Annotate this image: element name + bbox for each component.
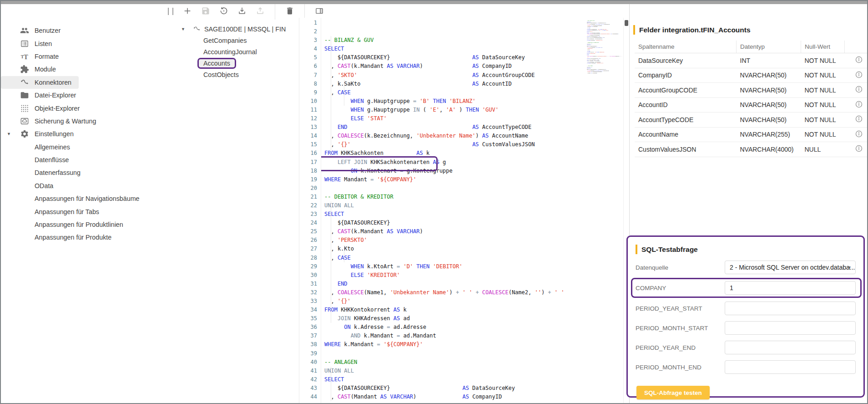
code-line: SELECT — [587, 44, 623, 46]
tree-item-accounts[interactable]: Accounts — [176, 58, 299, 69]
connector-icon — [20, 78, 29, 87]
sidebar-item-datenfl-sse[interactable]: Datenflüsse — [1, 153, 165, 166]
minimap[interactable]: -- BILANZ & GUVSELECT ${DATASOURCEKEY} A… — [587, 18, 623, 404]
sql-test-section: SQL-Testabfrage Datenquelle 2 - Microsof… — [626, 235, 865, 398]
sql-editor[interactable]: 1234567891011121314151617181920212223242… — [299, 18, 629, 404]
period-month-end-input[interactable] — [725, 360, 856, 374]
code-line: , COALESCE(Name1, 'Unbekannter Name') + … — [587, 56, 623, 57]
info-icon[interactable] — [855, 56, 863, 64]
code-line: , CAST(k.Mandant AS VARCHAR) — [324, 227, 587, 236]
tree-item-costobjects[interactable]: CostObjects — [176, 69, 299, 81]
code-line: END — [587, 54, 623, 56]
period-month-start-input[interactable] — [725, 321, 856, 335]
sidebar-item-module[interactable]: Module — [1, 63, 63, 76]
indent-guide — [331, 367, 331, 401]
indent-guide — [344, 245, 344, 262]
sidebar-item-listen[interactable]: Listen — [1, 37, 59, 50]
sidebar-item-einstellungen[interactable]: ▼Einstellungen — [1, 128, 81, 140]
code-line: , CASE — [587, 51, 623, 52]
gear-icon — [20, 129, 29, 138]
table-row: AccountIDNVARCHAR(50)NOT NULL — [635, 97, 868, 113]
form-field-period-year-end: PERIOD_YEAR_END — [636, 341, 857, 354]
save-button[interactable] — [201, 6, 211, 16]
history-button[interactable] — [219, 6, 229, 16]
sidebar-item-datenerfassung[interactable]: Datenerfassung — [1, 166, 165, 179]
sidebar-item-label: Module — [35, 66, 56, 73]
sidebar-item-label: Benutzer — [35, 27, 61, 34]
tree-root[interactable]: ▼SAGE100DE | MSSQL | FIN — [176, 23, 299, 35]
code-line: ${DATASOURCEKEY} AS DataSourceKey — [324, 53, 587, 62]
splitter-drag-handle-icon[interactable] — [168, 8, 173, 15]
sidebar-item-anpassungen-f-r-navigationsb-ume[interactable]: Anpassungen für Navigationsbäume — [1, 192, 165, 205]
sidebar-item-sicherung-wartung[interactable]: Sicherung & Wartung — [1, 115, 103, 128]
code-line: , CASE — [324, 88, 587, 97]
field-label: COMPANY — [636, 285, 725, 291]
download-button[interactable] — [237, 6, 247, 16]
cell-nullable: NOT NULL — [801, 97, 845, 113]
datasource-select-value: 2 - Microsoft SQL Server on octdev.datab… — [730, 264, 855, 271]
toolbar-divider — [304, 4, 305, 20]
info-icon[interactable] — [855, 130, 863, 138]
sidebar-item-anpassungen-f-r-produkte[interactable]: Anpassungen für Produkte — [1, 231, 165, 244]
tree-item-accountingjournal[interactable]: AccountingJournal — [176, 46, 299, 57]
code-line — [324, 349, 587, 358]
sidebar-item-label: Einstellungen — [35, 130, 74, 138]
info-icon[interactable] — [855, 71, 863, 79]
code-area[interactable]: -- BILANZ & GUVSELECT ${DATASOURCEKEY} A… — [321, 18, 587, 404]
sidebar-item-benutzer[interactable]: Benutzer — [1, 24, 68, 37]
code-line: UNION ALL — [587, 43, 623, 45]
delete-button[interactable] — [285, 6, 295, 16]
folder-icon — [20, 91, 29, 100]
vertical-scrollbar-thumb[interactable] — [625, 20, 628, 26]
panel-toggle-button[interactable] — [314, 6, 324, 16]
cell-nullable: NOT NULL — [801, 83, 845, 98]
code-line: WHERE Mandant = '${COMPANY}' — [587, 40, 623, 41]
expand-caret-icon[interactable]: ▼ — [181, 27, 187, 31]
info-icon[interactable] — [855, 85, 863, 93]
code-line: AND k.Mandant = ad.Mandant — [587, 61, 623, 63]
code-line: -- BILANZ & GUV — [587, 20, 623, 21]
sidebar-item-anpassungen-f-r-produktlinien[interactable]: Anpassungen für Produktlinien — [1, 218, 165, 231]
connector-tree: ▼SAGE100DE | MSSQL | FINGetCompaniesAcco… — [176, 18, 299, 404]
test-query-button[interactable]: SQL-Abfrage testen — [636, 386, 710, 399]
code-line: , k.SaKto AS AccountID — [324, 80, 587, 88]
tree-item-getcompanies[interactable]: GetCompanies — [176, 35, 299, 46]
code-line: , COALESCE(Name1, 'Unbekannter Name') + … — [324, 288, 587, 297]
code-line: ${DATASOURCEKEY} AS DataSourceKey — [587, 69, 623, 70]
expand-caret-icon[interactable]: ▼ — [7, 132, 11, 136]
company-input[interactable] — [725, 281, 856, 295]
sidebar-item-konnektoren[interactable]: Konnektoren — [1, 76, 79, 89]
code-line: , CASE — [587, 27, 623, 29]
info-icon[interactable] — [855, 144, 863, 153]
column-header — [845, 41, 868, 53]
table-row: CustomValuesJSONNVARCHAR(4000)NULL — [635, 142, 868, 157]
add-button[interactable] — [182, 6, 192, 16]
sidebar-item-anpassungen-f-r-tabs[interactable]: Anpassungen für Tabs — [1, 205, 165, 218]
sidebar-item-datei-explorer[interactable]: Datei-Explorer — [1, 89, 83, 102]
indent-guide — [331, 36, 331, 158]
info-icon[interactable] — [855, 100, 863, 108]
period-year-end-input[interactable] — [725, 341, 856, 354]
tree-item-label: GetCompanies — [203, 37, 247, 44]
cell-type: NVARCHAR(50) — [737, 113, 801, 128]
sidebar-item-objekt-explorer[interactable]: Objekt-Explorer — [1, 102, 87, 114]
cell-type: INT — [737, 53, 801, 68]
code-line: FROM KHKSachkonten AS k — [587, 36, 623, 37]
toolbar-divider — [275, 4, 275, 20]
upload-button[interactable] — [255, 6, 265, 16]
cell-name: DataSourceKey — [635, 53, 737, 68]
panel-splitter[interactable] — [165, 4, 176, 403]
grid-dots-icon — [20, 104, 29, 113]
sidebar-item-formate[interactable]: TTFormate — [1, 50, 66, 63]
sidebar-item-allgemeines[interactable]: Allgemeines — [1, 141, 165, 153]
code-line: , 'SKTO' AS AccountGroupCODE — [587, 25, 623, 26]
period-year-start-input[interactable] — [725, 302, 856, 315]
info-icon[interactable] — [855, 115, 863, 123]
sidebar-item-label: Konnektoren — [35, 79, 71, 86]
fields-panel-title: Felder integration.tFIN_Accounts — [633, 25, 867, 35]
tree-item-label: AccountingJournal — [203, 48, 257, 56]
chevron-down-icon: ▼ — [847, 265, 852, 270]
sidebar-item-odata[interactable]: OData — [1, 179, 165, 192]
code-line: ELSE 'STAT' — [324, 114, 587, 123]
datasource-select[interactable]: 2 - Microsoft SQL Server on octdev.datab… — [725, 261, 856, 274]
